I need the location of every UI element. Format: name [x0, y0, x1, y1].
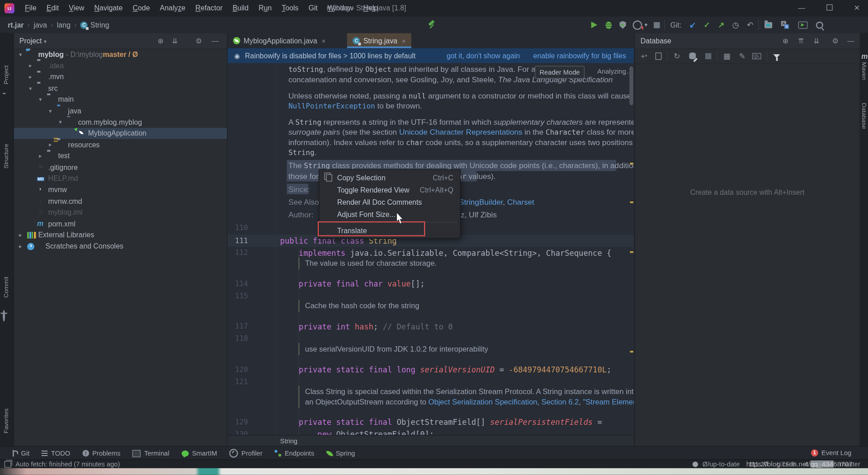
menu-item-render-all-doc-comments[interactable]: Render All Doc Comments [320, 196, 460, 208]
close-icon[interactable]: × [321, 37, 326, 44]
menu-analyze[interactable]: Analyze [155, 4, 191, 12]
run-button[interactable] [588, 18, 600, 31]
db-expand-all-icon[interactable]: ⇈ [796, 33, 807, 48]
settings-gear-icon[interactable]: ⚙ [193, 33, 204, 48]
run-anything-icon[interactable] [796, 18, 809, 31]
chevron-right-icon[interactable]: ▸ [27, 62, 34, 68]
tree-item--mvn[interactable]: ▸.mvn [14, 71, 227, 82]
menu-item-copy-selection[interactable]: Copy SelectionCtrl+C [320, 172, 460, 184]
reader-mode-badge[interactable]: Reader Mode [535, 66, 585, 79]
window-icon[interactable] [5, 461, 11, 468]
git-push-icon[interactable]: ↗ [715, 18, 727, 31]
database-panel-title[interactable]: Database [641, 33, 671, 48]
menu-run[interactable]: Run [254, 4, 277, 12]
db-table-icon[interactable]: ▦ [722, 50, 732, 61]
db-add-icon[interactable]: +▾ [638, 50, 649, 61]
menu-item-toggle-rendered-view[interactable]: Toggle Rendered ViewCtrl+Alt+Q [320, 184, 460, 196]
hide-panel-icon[interactable]: — [210, 33, 221, 48]
tree-item-com-myblog-myblog[interactable]: ▾com.myblog.myblog [14, 117, 227, 127]
chevron-right-icon[interactable]: ▸ [37, 153, 44, 159]
changed-files-icon[interactable] [762, 18, 775, 31]
menu-navigate[interactable]: Navigate [90, 4, 128, 12]
build-hammer-icon[interactable] [425, 18, 438, 31]
toolwindow-terminal[interactable]: Terminal [132, 449, 169, 457]
breadcrumb-item[interactable]: java [34, 21, 47, 29]
chevron-down-icon[interactable]: ▾ [47, 108, 54, 113]
chevron-right-icon[interactable]: ▸ [17, 243, 24, 249]
git-commit-icon[interactable]: ✓ [701, 18, 713, 31]
chevron-down-icon[interactable]: ▾ [57, 119, 64, 125]
stop-button[interactable] [651, 18, 662, 31]
toolwindow-spring[interactable]: Spring [326, 449, 355, 457]
db-hide-panel-icon[interactable]: — [845, 33, 856, 48]
toolwindow-problems[interactable]: !Problems [82, 449, 120, 457]
db-duplicate-icon[interactable] [653, 50, 664, 61]
toolwindow-endpoints[interactable]: Endpoints [275, 449, 314, 457]
menu-item-adjust-font-size-[interactable]: Adjust Font Size... [320, 208, 460, 220]
tree-item-myblog-iml[interactable]: myblog.iml [14, 207, 227, 217]
db-locate-icon[interactable]: ⊕ [780, 33, 791, 48]
tree-item-main[interactable]: ▾main [14, 94, 227, 105]
breadcrumb-item[interactable]: lang [57, 21, 71, 29]
warning-stripe-mark[interactable] [630, 251, 633, 253]
stripe-maven-label[interactable]: Maven [861, 62, 868, 80]
breadcrumb[interactable]: rt.jar›java›lang›CString [8, 17, 109, 33]
tree-item--idea[interactable]: ▸.idea [14, 60, 227, 71]
stripe-database-label[interactable]: Database [861, 103, 868, 129]
tree-item-src[interactable]: ▾src [14, 83, 227, 94]
chevron-right-icon[interactable]: ▸ [17, 232, 24, 238]
commit-icon[interactable] [3, 311, 5, 321]
db-stop-icon[interactable] [703, 50, 713, 61]
chevron-right-icon[interactable]: ▸ [27, 74, 34, 80]
breadcrumb-item[interactable]: String [90, 21, 109, 29]
tree-item-help-md[interactable]: HELP.md [14, 173, 227, 184]
menu-view[interactable]: View [64, 4, 89, 12]
translate-icon[interactable] [778, 18, 792, 31]
locate-file-icon[interactable]: ⊕ [155, 33, 166, 48]
chevron-right-icon[interactable]: ▸ [47, 141, 54, 147]
stripe-project-label[interactable]: Project [3, 65, 9, 84]
tree-item-mvnw-cmd[interactable]: mvnw.cmd [14, 195, 227, 206]
stripe-favorites-label[interactable]: Favorites [3, 409, 9, 433]
toolwindow-todo[interactable]: TODO [42, 449, 70, 457]
profiler-button[interactable] [631, 18, 643, 31]
breadcrumb-item[interactable]: rt.jar [8, 21, 24, 29]
db-collapse-all-icon[interactable]: ⇊ [811, 33, 822, 48]
db-refresh-icon[interactable]: ↻ [671, 50, 682, 61]
menu-tools[interactable]: Tools [277, 4, 303, 12]
db-settings-gear-icon[interactable]: ⚙ [830, 33, 841, 48]
db-edit-icon[interactable]: ✎ [737, 50, 748, 61]
editor-breadcrumb[interactable]: String [227, 435, 634, 447]
minimize-button[interactable]: — [791, 0, 813, 17]
tree-item-mvnw[interactable]: mvnw [14, 184, 227, 195]
editor-scrollbar[interactable] [629, 66, 633, 105]
code-viewport[interactable]: 110111112114115117118120121129130 toStri… [227, 63, 634, 435]
tree-item-resources[interactable]: ▸resources [14, 139, 227, 150]
banner-gotit-link[interactable]: got it, don't show again [447, 52, 520, 60]
chevron-down-icon[interactable]: ▾ [27, 85, 34, 91]
chevron-down-icon[interactable]: ▾ [37, 96, 44, 102]
event-log-button[interactable]: 1 Event Log [811, 446, 851, 459]
menu-git[interactable]: Git [303, 4, 322, 12]
status-item-git-sync[interactable]: Ø/up-to-date [703, 461, 740, 468]
chevron-down-icon[interactable]: ▾ [17, 51, 24, 57]
collapse-all-icon[interactable]: ⇊ [170, 33, 180, 48]
menu-file[interactable]: File [20, 4, 42, 12]
toolwindow-smartim[interactable]: SmartIM [181, 449, 217, 457]
tree-item--gitignore[interactable]: .gitignore [14, 162, 227, 173]
tab-string-java[interactable]: CString.java× [347, 33, 411, 48]
tree-item-myblogapplication[interactable]: MyblogApplication [14, 128, 227, 139]
menu-code[interactable]: Code [127, 4, 155, 12]
warning-stripe-mark[interactable] [630, 202, 633, 203]
menu-build[interactable]: Build [227, 4, 253, 12]
maven-icon[interactable]: m [861, 51, 868, 61]
warning-stripe-mark[interactable] [630, 351, 633, 353]
close-button[interactable]: ✕ [846, 0, 868, 17]
git-update-icon[interactable]: ↙ [686, 18, 698, 31]
git-rollback-icon[interactable]: ↶ [744, 18, 756, 31]
coverage-button[interactable] [617, 18, 629, 31]
tab-myblogapplication-java[interactable]: MyblogApplication.java× [227, 33, 331, 48]
profiler-chevron-icon[interactable]: ▼ [643, 18, 650, 31]
tree-item-pom-xml[interactable]: mpom.xml [14, 218, 227, 229]
maximize-button[interactable] [818, 0, 840, 17]
